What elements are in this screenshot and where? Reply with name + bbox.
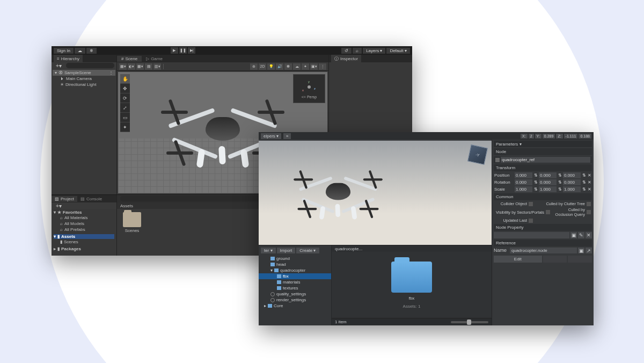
assets-header[interactable]: ▾▮ Assets — [54, 234, 114, 239]
pos-y[interactable]: 0.000 — [539, 172, 557, 178]
tool-transform[interactable]: ✦ — [120, 122, 130, 132]
nav-forward[interactable]: » — [283, 133, 291, 139]
clutter-checkbox[interactable] — [587, 202, 591, 206]
thumbnail-size-slider[interactable] — [451, 321, 488, 323]
spinner-icon[interactable]: ⇅ — [558, 173, 562, 178]
occlusion-checkbox[interactable] — [587, 210, 591, 214]
scene-root[interactable]: ▾ ⦿ SampleScene ⋮ — [53, 70, 115, 76]
tool-pivot[interactable]: ⊕ — [250, 63, 258, 70]
clear-icon[interactable]: ✕ — [586, 232, 592, 238]
tree-item[interactable]: materials — [259, 279, 331, 285]
pos-z[interactable]: 0.000 — [563, 172, 581, 178]
coord-y[interactable]: 0.289 — [543, 134, 555, 139]
tree-item[interactable]: ground — [259, 256, 331, 262]
step-button[interactable]: ▶| — [188, 47, 195, 54]
tool-camera[interactable]: ▣▾ — [310, 63, 318, 70]
cloud-button[interactable]: ☁ — [75, 48, 85, 54]
folder-browse-icon[interactable]: ▣ — [578, 248, 584, 253]
reset-icon[interactable]: ✕ — [587, 173, 591, 178]
scene-menu-icon[interactable]: ⋮ — [109, 70, 113, 75]
search-top-button[interactable]: ⌕ — [353, 48, 362, 54]
tool-snap[interactable]: ▤ — [145, 63, 152, 70]
tool-skybox[interactable]: ☁ — [293, 63, 301, 70]
tree-item[interactable]: fbx — [259, 273, 331, 279]
hierarchy-add-button[interactable]: +▾ — [54, 63, 64, 69]
node-name-input[interactable] — [501, 157, 590, 163]
favorites-header[interactable]: ▾★ Favorites — [54, 210, 114, 215]
tree-item[interactable]: ▾quadrocopter — [259, 267, 331, 273]
spinner-icon[interactable]: ⇅ — [582, 187, 586, 192]
tab-scene[interactable]: #Scene — [117, 56, 142, 62]
spinner-icon[interactable]: ⇅ — [582, 173, 586, 178]
tab-console[interactable]: ▤ Console — [77, 196, 105, 202]
rot-z[interactable]: 0.000 — [563, 179, 581, 185]
enable-checkbox[interactable] — [495, 158, 500, 162]
layout-dropdown[interactable]: Default ▾ — [386, 48, 410, 54]
play-button[interactable]: ▶ — [171, 47, 178, 54]
tool-scale[interactable]: ⤢ — [120, 103, 130, 113]
helpers-dropdown[interactable]: elpers ▾ — [261, 133, 281, 139]
edit-icon[interactable]: ✎ — [578, 232, 584, 238]
tool-hand[interactable]: ✋ — [120, 74, 130, 84]
tool-grid[interactable]: ▦▾ — [136, 63, 144, 70]
tool-dropdown[interactable]: ▦▾ — [119, 63, 127, 70]
hierarchy-item[interactable]: ☀ Directional Light — [53, 82, 115, 88]
layers-dropdown[interactable]: Layers ▾ — [363, 48, 385, 54]
orientation-gizmo[interactable]: y z x <= Persp — [293, 74, 325, 103]
pos-x[interactable]: 0.000 — [515, 172, 532, 178]
folder-browse-icon[interactable]: ▣ — [570, 232, 577, 238]
collider-checkbox[interactable] — [529, 202, 533, 206]
scl-y[interactable]: 1.000 — [539, 186, 557, 192]
pause-button[interactable]: ❚❚ — [179, 47, 187, 54]
assets-item[interactable]: ▮Scenes — [54, 239, 114, 245]
tool-light[interactable]: 💡 — [267, 63, 275, 70]
tree-item[interactable]: quality_settings — [259, 291, 331, 297]
updated-checkbox[interactable] — [529, 219, 533, 223]
tool-gizmos[interactable]: ✦ — [302, 63, 309, 70]
spinner-icon[interactable]: ⇅ — [533, 173, 538, 178]
hierarchy-tab[interactable]: ≡ Hierarchy — [54, 55, 83, 62]
undo-button[interactable]: ↺ — [341, 48, 352, 54]
tool-2d[interactable]: 2D — [259, 63, 266, 70]
spinner-icon[interactable]: ⇅ — [582, 180, 586, 185]
coord-x[interactable]: 2 — [529, 134, 534, 139]
tool-rect[interactable]: ▭ — [120, 113, 130, 122]
tool-rotate[interactable]: ⟳ — [120, 93, 130, 103]
spinner-icon[interactable]: ⇅ — [533, 180, 538, 185]
hierarchy-item[interactable]: ⏵ Main Camera — [53, 76, 115, 82]
tool-audio[interactable]: 🔊 — [276, 63, 283, 70]
tool-shading[interactable]: ◐▾ — [128, 63, 135, 70]
snow-button[interactable]: ❄ — [86, 48, 97, 54]
import-button[interactable]: Import — [277, 248, 296, 253]
hierarchy-search[interactable] — [66, 63, 114, 68]
create-dropdown[interactable]: Create ▾ — [296, 248, 319, 253]
packages-header[interactable]: ▸▮ Packages — [54, 246, 114, 251]
tool-fx[interactable]: ✽ — [284, 63, 292, 70]
tool-snap2[interactable]: ▥▾ — [153, 63, 161, 70]
project-add-button[interactable]: +▾ — [54, 203, 64, 209]
tree-item[interactable]: ▸Core — [259, 303, 331, 309]
asset-folder[interactable]: Scenes — [121, 212, 143, 233]
tool-move[interactable]: ✥ — [120, 84, 130, 93]
reference-name-field[interactable]: quadrocopter.node — [510, 248, 577, 253]
favorite-item[interactable]: ⌕All Materials — [54, 215, 114, 221]
unigine-viewport[interactable]: -Y — [259, 141, 492, 245]
inspector-tab[interactable]: ⓘ Inspector — [331, 55, 361, 62]
edit-button[interactable]: Edit — [494, 256, 542, 263]
favorite-item[interactable]: ⌕All Prefabs — [54, 227, 114, 233]
tool-extra[interactable]: ⋮ — [319, 63, 326, 70]
orientation-cube[interactable]: -Y — [467, 144, 488, 165]
tree-item[interactable]: head — [259, 262, 331, 267]
favorite-item[interactable]: ⌕All Models — [54, 221, 114, 227]
coord-z[interactable]: -1.111 — [564, 134, 578, 139]
nodeprop-field[interactable] — [494, 232, 569, 238]
tree-item[interactable]: render_settings — [259, 297, 331, 303]
rot-x[interactable]: 0.000 — [515, 179, 532, 185]
scl-x[interactable]: 1.000 — [515, 186, 532, 192]
parameters-tab[interactable]: Parameters ▾ — [496, 142, 522, 147]
asset-folder[interactable] — [391, 262, 432, 293]
spinner-icon[interactable]: ⇅ — [558, 180, 562, 185]
signin-button[interactable]: Sign In — [54, 48, 74, 54]
scl-z[interactable]: 1.000 — [563, 186, 581, 192]
tree-item[interactable]: textures — [259, 285, 331, 291]
